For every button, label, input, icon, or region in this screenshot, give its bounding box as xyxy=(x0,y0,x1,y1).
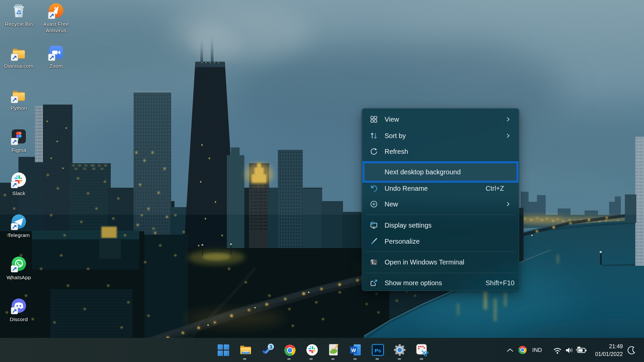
svg-text:Ps: Ps xyxy=(375,348,381,353)
svg-text:W: W xyxy=(351,347,356,353)
svg-text:3: 3 xyxy=(269,344,272,350)
